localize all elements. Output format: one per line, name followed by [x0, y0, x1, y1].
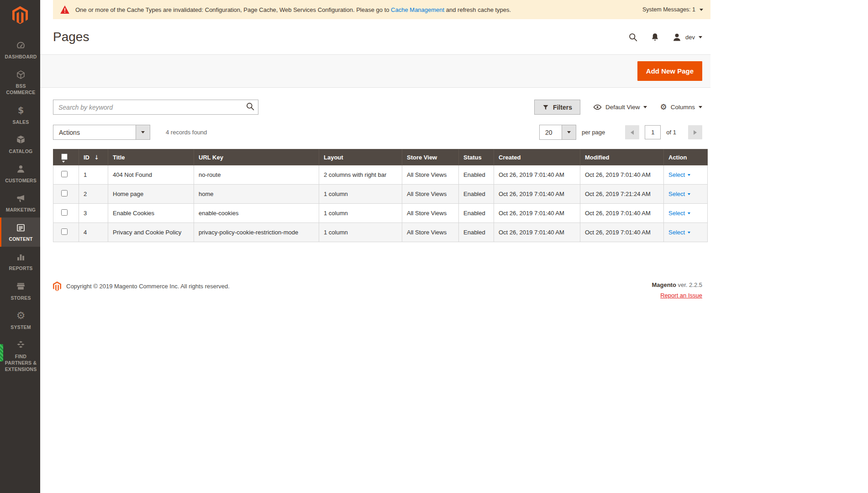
row-select-action[interactable]: Select [668, 210, 690, 217]
content-icon [16, 223, 26, 233]
current-page-input[interactable] [645, 125, 661, 139]
sidebar-item-catalog[interactable]: CATALOG [0, 130, 40, 159]
keyword-search [53, 100, 258, 115]
column-header-url-key[interactable]: URL Key [194, 149, 319, 165]
stores-icon [16, 281, 26, 292]
cell-url-key: no-route [194, 165, 319, 185]
notifications-bell-icon[interactable] [650, 32, 660, 42]
sidebar-item-sales[interactable]: $ SALES [0, 101, 40, 130]
grid-toolbar: Filters Default View ⚙ Columns [53, 100, 702, 115]
next-page-button[interactable] [688, 125, 702, 139]
global-search-icon[interactable] [628, 32, 638, 42]
sidebar-item-find-partners[interactable]: FIND PARTNERS & EXTENSIONS [0, 335, 40, 377]
grid-toolbar-right: Filters Default View ⚙ Columns [534, 100, 702, 115]
row-checkbox-cell [53, 165, 79, 185]
cell-layout: 1 column [319, 185, 402, 204]
columns-dropdown[interactable]: ⚙ Columns [660, 103, 702, 111]
search-input[interactable] [53, 100, 258, 115]
cell-store-view: All Store Views [402, 185, 459, 204]
table-row[interactable]: 4 Privacy and Cookie Policy privacy-poli… [53, 223, 708, 242]
magento-admin-pages: DASHBOARD BSS COMMERCE $ SALES CATALOG [0, 0, 868, 493]
column-header-action: Action [664, 149, 708, 165]
per-page-dropdown[interactable]: 20 [539, 125, 576, 140]
dashboard-icon [16, 40, 26, 50]
search-icon [246, 102, 255, 111]
header-actions: dev [628, 32, 702, 42]
mass-actions-dropdown[interactable]: Actions [53, 125, 150, 140]
column-header-status[interactable]: Status [459, 149, 494, 165]
grid-controls-row: Actions 4 records found 20 per page [53, 125, 702, 140]
sidebar-item-label: CONTENT [9, 236, 32, 242]
sidebar-item-bss-commerce[interactable]: BSS COMMERCE [0, 64, 40, 100]
sidebar-item-marketing[interactable]: MARKETING [0, 188, 40, 217]
filters-button[interactable]: Filters [534, 100, 580, 115]
version-line: Magento ver. 2.2.5 [652, 281, 702, 288]
sales-dollar-icon: $ [16, 106, 26, 116]
row-checkbox-cell [53, 185, 79, 204]
cell-action: Select [664, 223, 708, 242]
table-row[interactable]: 3 Enable Cookies enable-cookies 1 column… [53, 204, 708, 223]
column-header-store-view[interactable]: Store View [402, 149, 459, 165]
row-checkbox[interactable] [61, 209, 68, 216]
sidebar-item-label: STORES [11, 295, 31, 301]
pages-grid-table: ID↓ Title URL Key Layout Store View Stat… [53, 149, 708, 242]
brand-name: Magento [652, 281, 676, 288]
select-all-dropdown-icon[interactable] [62, 161, 65, 163]
reports-icon [16, 252, 26, 262]
chevron-down-icon [699, 106, 702, 108]
sidebar-item-customers[interactable]: CUSTOMERS [0, 159, 40, 188]
add-new-page-button[interactable]: Add New Page [637, 61, 702, 81]
admin-footer: Copyright © 2019 Magento Commerce Inc. A… [40, 281, 710, 313]
cell-id: 3 [79, 204, 108, 223]
cache-management-link[interactable]: Cache Management [391, 6, 444, 13]
version-text: ver. 2.2.5 [678, 281, 702, 288]
cell-action: Select [664, 204, 708, 223]
table-header-row: ID↓ Title URL Key Layout Store View Stat… [53, 149, 708, 165]
search-submit-button[interactable] [245, 102, 255, 112]
sidebar-item-reports[interactable]: REPORTS [0, 247, 40, 276]
admin-user-menu[interactable]: dev [672, 32, 702, 42]
default-view-dropdown[interactable]: Default View [593, 103, 647, 111]
sidebar-item-content[interactable]: CONTENT [0, 217, 40, 247]
row-select-action[interactable]: Select [668, 191, 690, 197]
cell-store-view: All Store Views [402, 223, 459, 242]
report-an-issue-link[interactable]: Report an Issue [660, 292, 702, 299]
column-header-created[interactable]: Created [494, 149, 580, 165]
column-header-layout[interactable]: Layout [319, 149, 402, 165]
row-checkbox[interactable] [61, 190, 68, 196]
sidebar-item-system[interactable]: ⚙ SYSTEM [0, 306, 40, 335]
cell-status: Enabled [459, 204, 494, 223]
cell-layout: 1 column [319, 223, 402, 242]
catalog-icon [16, 135, 26, 145]
magento-footer-logo-icon [53, 281, 61, 291]
cell-id: 2 [79, 185, 108, 204]
admin-username: dev [685, 34, 695, 41]
previous-page-button[interactable] [625, 125, 639, 139]
cell-title: Home page [108, 185, 194, 204]
select-all-checkbox[interactable] [61, 154, 68, 160]
row-checkbox[interactable] [61, 171, 68, 177]
sidebar-item-label: REPORTS [9, 265, 32, 271]
table-row[interactable]: 1 404 Not Found no-route 2 columns with … [53, 165, 708, 185]
row-checkbox[interactable] [61, 228, 68, 235]
row-select-action[interactable]: Select [668, 229, 690, 236]
column-header-modified[interactable]: Modified [580, 149, 664, 165]
cell-created: Oct 26, 2019 7:01:40 AM [494, 165, 580, 185]
chevron-down-icon [136, 125, 150, 139]
per-page-label: per page [582, 129, 605, 136]
sidebar-item-stores[interactable]: STORES [0, 276, 40, 306]
cell-store-view: All Store Views [402, 165, 459, 185]
page-title: Pages [53, 30, 89, 44]
table-row[interactable]: 2 Home page home 1 column All Store View… [53, 185, 708, 204]
row-select-action[interactable]: Select [668, 171, 690, 178]
sidebar-item-dashboard[interactable]: DASHBOARD [0, 35, 40, 64]
cell-modified: Oct 26, 2019 7:21:24 AM [580, 185, 664, 204]
column-header-id[interactable]: ID↓ [79, 149, 108, 165]
sidebar-item-label: BSS COMMERCE [2, 83, 39, 95]
sidebar-item-label: SYSTEM [11, 324, 31, 330]
customers-icon [16, 164, 26, 174]
cell-title: Privacy and Cookie Policy [108, 223, 194, 242]
column-header-title[interactable]: Title [108, 149, 194, 165]
magento-logo[interactable] [0, 0, 40, 28]
system-messages-toggle[interactable]: System Messages: 1 [642, 6, 703, 13]
